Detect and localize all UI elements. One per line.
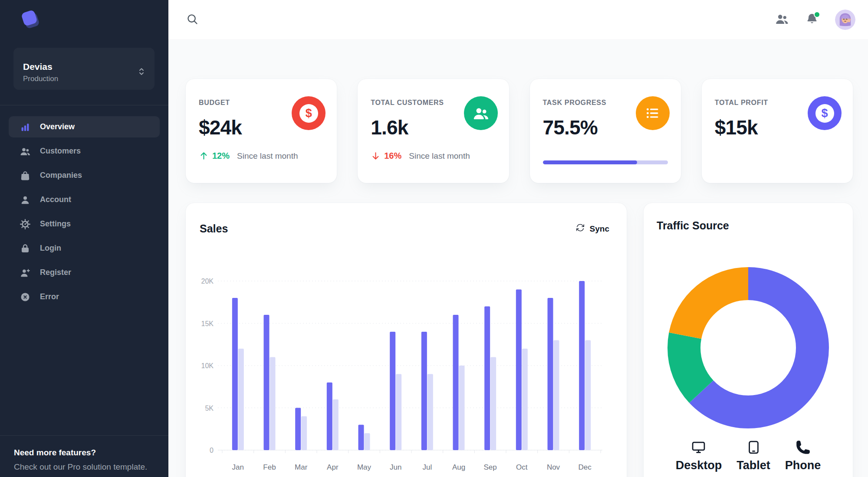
- sidebar-item-label: Login: [40, 244, 61, 253]
- svg-text:Nov: Nov: [547, 463, 560, 471]
- svg-text:5K: 5K: [205, 405, 214, 412]
- workspace-selector[interactable]: Devias Production: [13, 48, 155, 90]
- stat-card-total-customers: TOTAL CUSTOMERS 1.6k 16% Since last mont…: [358, 79, 509, 183]
- workspace-environment: Production: [23, 75, 58, 83]
- lock-icon: [20, 243, 31, 254]
- svg-text:Jun: Jun: [390, 463, 401, 471]
- sidebar-item-error[interactable]: Error: [9, 286, 160, 307]
- traffic-source-title: Traffic Source: [657, 219, 729, 232]
- svg-text:Dec: Dec: [579, 463, 592, 471]
- traffic-donut-chart: [667, 266, 830, 429]
- svg-text:Oct: Oct: [516, 463, 528, 471]
- unfold-chevron-icon: [136, 66, 147, 78]
- sidebar-item-label: Account: [40, 195, 71, 204]
- sales-title: Sales: [200, 222, 228, 235]
- svg-text:Sep: Sep: [484, 463, 497, 471]
- users-icon: [20, 146, 31, 157]
- sidebar-nav: OverviewCustomersCompaniesAccountSetting…: [9, 116, 160, 310]
- legend-label: Tablet: [736, 459, 770, 472]
- traffic-source-card: Traffic Source Desktop Tablet Phone: [644, 203, 853, 477]
- legend-item-desktop: Desktop: [676, 440, 722, 472]
- contacts-button[interactable]: [775, 12, 789, 27]
- svg-text:Aug: Aug: [452, 463, 465, 471]
- shopping-bag-icon: [20, 170, 31, 181]
- user-plus-icon: [20, 267, 31, 278]
- phone-icon: [796, 440, 811, 455]
- svg-text:Jan: Jan: [232, 463, 244, 471]
- sidebar-item-settings[interactable]: Settings: [9, 213, 160, 235]
- svg-text:20K: 20K: [201, 278, 214, 285]
- sidebar-item-companies[interactable]: Companies: [9, 165, 160, 186]
- users-icon: [775, 12, 789, 27]
- svg-text:0: 0: [210, 447, 214, 454]
- stat-card-budget: BUDGET $24k $ 12% Since last month: [186, 79, 337, 183]
- sidebar-item-label: Customers: [40, 147, 81, 156]
- stat-trend: 12% Since last month: [199, 151, 298, 161]
- legend-item-phone: Phone: [785, 440, 821, 472]
- trend-value: 12%: [212, 151, 230, 161]
- trend-note: Since last month: [409, 151, 470, 161]
- svg-text:Apr: Apr: [327, 463, 339, 471]
- chart-bar-icon: [20, 121, 31, 133]
- svg-text:Jul: Jul: [422, 463, 432, 471]
- sidebar-item-register[interactable]: Register: [9, 262, 160, 283]
- sidebar-item-account[interactable]: Account: [9, 189, 160, 210]
- topbar-actions: [775, 0, 855, 39]
- stat-card-total-profit: TOTAL PROFIT $15k $: [702, 79, 853, 183]
- trend-note: Since last month: [237, 151, 298, 161]
- sales-bar-chart: 05K10K15K20KJanFebMarAprMayJunJulAugSepO…: [191, 254, 621, 477]
- sidebar-footer: Need more features? Check out our Pro so…: [0, 435, 168, 477]
- notifications-button[interactable]: [806, 13, 819, 27]
- sidebar-item-customers[interactable]: Customers: [9, 140, 160, 162]
- sync-label: Sync: [590, 224, 609, 234]
- stat-trend: 16% Since last month: [371, 151, 470, 161]
- sidebar-item-overview[interactable]: Overview: [9, 116, 160, 137]
- legend-label: Phone: [785, 459, 821, 472]
- stat-card-task-progress: TASK PROGRESS 75.5%: [530, 79, 681, 183]
- desktop-icon: [691, 440, 706, 455]
- notification-dot: [814, 11, 820, 18]
- user-avatar[interactable]: [835, 10, 855, 30]
- arrow-up-icon: [199, 151, 209, 161]
- svg-text:May: May: [357, 463, 372, 471]
- svg-text:Mar: Mar: [295, 463, 308, 471]
- svg-text:10K: 10K: [201, 362, 214, 369]
- sidebar-item-label: Overview: [40, 122, 75, 131]
- sales-card: Sales Sync 05K10K15K20KJanFebMarAprMayJu…: [186, 203, 627, 477]
- x-circle-icon: [20, 291, 31, 303]
- gear-icon: [20, 219, 31, 230]
- dollar-icon: $: [808, 96, 842, 130]
- workspace-name: Devias: [23, 62, 58, 72]
- user-icon: [20, 194, 31, 206]
- tablet-icon: [746, 440, 761, 455]
- dollar-icon: $: [292, 96, 326, 130]
- sidebar-divider: [0, 105, 168, 105]
- topbar: [168, 0, 868, 39]
- legend-item-tablet: Tablet: [736, 440, 770, 472]
- search-button[interactable]: [185, 13, 199, 26]
- svg-text:Feb: Feb: [263, 463, 276, 471]
- list-bullet-icon: [636, 96, 670, 130]
- search-icon: [186, 13, 198, 26]
- sync-button[interactable]: Sync: [571, 219, 614, 238]
- traffic-legend: Desktop Tablet Phone: [644, 440, 853, 472]
- trend-value: 16%: [384, 151, 401, 161]
- sidebar-item-label: Settings: [40, 219, 71, 229]
- users-icon: [464, 96, 498, 130]
- sidebar-item-label: Companies: [40, 171, 82, 180]
- arrow-down-icon: [371, 151, 381, 161]
- svg-text:15K: 15K: [201, 320, 214, 327]
- devias-logo-icon[interactable]: [17, 9, 43, 34]
- sidebar-item-label: Register: [40, 268, 71, 277]
- task-progress-bar: [543, 160, 668, 164]
- footer-subtitle: Check out our Pro solution template.: [14, 462, 155, 472]
- footer-title: Need more features?: [14, 448, 155, 457]
- sidebar: Devias Production OverviewCustomersCompa…: [0, 0, 168, 477]
- stats-row: BUDGET $24k $ 12% Since last month TOTAL…: [186, 79, 853, 183]
- sidebar-item-login[interactable]: Login: [9, 238, 160, 259]
- sidebar-item-label: Error: [40, 292, 59, 301]
- legend-label: Desktop: [676, 459, 722, 472]
- refresh-icon: [575, 223, 585, 235]
